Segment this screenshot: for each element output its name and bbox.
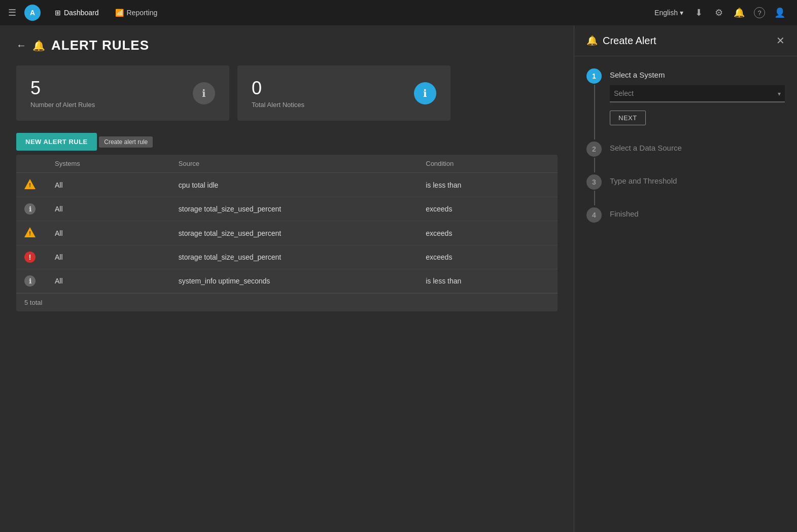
reporting-icon: 📶 bbox=[115, 9, 124, 17]
table-row[interactable]: ℹ All system_info uptime_seconds is less… bbox=[16, 269, 558, 293]
table-row[interactable]: ! All cpu total idle is less than bbox=[16, 173, 558, 197]
stat-card-alert-rules: 5 Number of Alert Rules ℹ bbox=[16, 65, 229, 121]
col-systems-header: Systems bbox=[55, 160, 179, 167]
row-systems: All bbox=[55, 253, 179, 261]
row-icon-info: ℹ bbox=[24, 203, 55, 215]
app-logo: A bbox=[24, 5, 41, 21]
col-source-header: Source bbox=[179, 160, 426, 167]
row-icon-info: ℹ bbox=[24, 275, 55, 287]
step-4-number: 4 bbox=[586, 207, 602, 223]
step-3-number: 3 bbox=[586, 174, 602, 190]
alert-rules-icon: 🔔 bbox=[32, 40, 45, 52]
row-systems: All bbox=[55, 229, 179, 237]
table-header: Systems Source Condition bbox=[16, 155, 558, 173]
system-select[interactable]: Select bbox=[610, 85, 785, 102]
row-condition: exceeds bbox=[426, 229, 549, 237]
col-condition-header: Condition bbox=[426, 160, 549, 167]
row-source: storage total_size_used_percent bbox=[179, 205, 426, 213]
alert-rules-number: 5 bbox=[30, 78, 95, 99]
row-source: system_info uptime_seconds bbox=[179, 277, 426, 285]
nav-dashboard[interactable]: ⊞ Dashboard bbox=[49, 0, 105, 25]
step-4: 4 Finished bbox=[586, 207, 785, 224]
step-1-number: 1 bbox=[586, 68, 602, 84]
step-1: 1 Select a System Select ▾ NEXT bbox=[586, 68, 785, 125]
row-systems: All bbox=[55, 181, 179, 189]
alert-rules-table: Systems Source Condition ! All cpu total… bbox=[16, 155, 558, 311]
alert-notices-info-icon: ℹ bbox=[414, 82, 436, 104]
nav-reporting[interactable]: 📶 Reporting bbox=[109, 0, 164, 25]
row-condition: exceeds bbox=[426, 205, 549, 213]
panel-bell-icon: 🔔 bbox=[586, 35, 598, 46]
dashboard-icon: ⊞ bbox=[55, 9, 61, 17]
step-2: 2 Select a Data Source bbox=[586, 141, 785, 158]
language-selector[interactable]: English ▾ bbox=[650, 9, 687, 17]
row-icon-warn: ! bbox=[24, 227, 55, 239]
stat-cards-container: 5 Number of Alert Rules ℹ 0 Total Alert … bbox=[16, 65, 558, 121]
settings-icon: ⚙ bbox=[715, 7, 723, 18]
panel-header: 🔔 Create Alert ✕ bbox=[574, 25, 797, 56]
row-systems: All bbox=[55, 205, 179, 213]
col-icon-header bbox=[24, 160, 55, 167]
alert-notices-label: Total Alert Notices bbox=[252, 101, 304, 109]
row-source: storage total_size_used_percent bbox=[179, 253, 426, 261]
row-icon-error: ! bbox=[24, 252, 55, 263]
row-condition: is less than bbox=[426, 277, 549, 285]
table-footer: 5 total bbox=[16, 293, 558, 311]
stat-card-alert-notices: 0 Total Alert Notices ℹ bbox=[237, 65, 451, 121]
panel-title: Create Alert bbox=[603, 35, 656, 47]
main-layout: ← 🔔 ALERT RULES 5 Number of Alert Rules … bbox=[0, 25, 797, 532]
settings-icon-btn[interactable]: ⚙ bbox=[710, 4, 728, 22]
alert-rules-label: Number of Alert Rules bbox=[30, 101, 95, 109]
bell-icon: 🔔 bbox=[734, 7, 745, 18]
row-condition: exceeds bbox=[426, 253, 549, 261]
step-3: 3 Type and Threshold bbox=[586, 174, 785, 191]
table-row[interactable]: ! All storage total_size_used_percent ex… bbox=[16, 221, 558, 245]
step-2-number: 2 bbox=[586, 141, 602, 157]
help-icon-btn[interactable]: ? bbox=[750, 4, 769, 22]
alert-rules-info-icon: ℹ bbox=[193, 82, 215, 104]
top-navigation: ☰ A ⊞ Dashboard 📶 Reporting English ▾ ⬇ … bbox=[0, 0, 797, 25]
back-button[interactable]: ← bbox=[16, 40, 26, 51]
table-row[interactable]: ℹ All storage total_size_used_percent ex… bbox=[16, 197, 558, 221]
row-icon-warn: ! bbox=[24, 179, 55, 191]
menu-icon[interactable]: ☰ bbox=[8, 7, 16, 18]
user-icon: 👤 bbox=[774, 7, 785, 18]
table-row[interactable]: ! All storage total_size_used_percent ex… bbox=[16, 245, 558, 269]
step-1-next-button[interactable]: NEXT bbox=[610, 111, 646, 125]
panel-close-button[interactable]: ✕ bbox=[776, 34, 785, 47]
step-4-title: Finished bbox=[610, 209, 785, 218]
step-2-title: Select a Data Source bbox=[610, 144, 785, 152]
new-alert-rule-button[interactable]: NEW ALERT RULE bbox=[16, 133, 97, 151]
row-source: storage total_size_used_percent bbox=[179, 229, 426, 237]
download-icon-btn[interactable]: ⬇ bbox=[689, 4, 708, 22]
create-alert-panel: 🔔 Create Alert ✕ 1 Select a System Selec… bbox=[574, 25, 797, 532]
chevron-down-icon: ▾ bbox=[680, 9, 683, 17]
download-icon: ⬇ bbox=[695, 7, 703, 18]
left-content: ← 🔔 ALERT RULES 5 Number of Alert Rules … bbox=[0, 25, 574, 532]
help-icon: ? bbox=[754, 7, 765, 18]
row-source: cpu total idle bbox=[179, 181, 426, 189]
page-header: ← 🔔 ALERT RULES bbox=[16, 38, 558, 53]
row-condition: is less than bbox=[426, 181, 549, 189]
notifications-icon-btn[interactable]: 🔔 bbox=[730, 4, 748, 22]
stepper: 1 Select a System Select ▾ NEXT 2 Selec bbox=[574, 56, 797, 532]
alert-notices-number: 0 bbox=[252, 78, 304, 99]
row-systems: All bbox=[55, 277, 179, 285]
step-1-title: Select a System bbox=[610, 70, 785, 79]
step-1-select-wrapper: Select ▾ bbox=[610, 85, 785, 102]
step-3-title: Type and Threshold bbox=[610, 176, 785, 185]
user-icon-btn[interactable]: 👤 bbox=[771, 4, 789, 22]
create-alert-tooltip: Create alert rule bbox=[99, 136, 153, 148]
page-title: ALERT RULES bbox=[51, 38, 149, 53]
